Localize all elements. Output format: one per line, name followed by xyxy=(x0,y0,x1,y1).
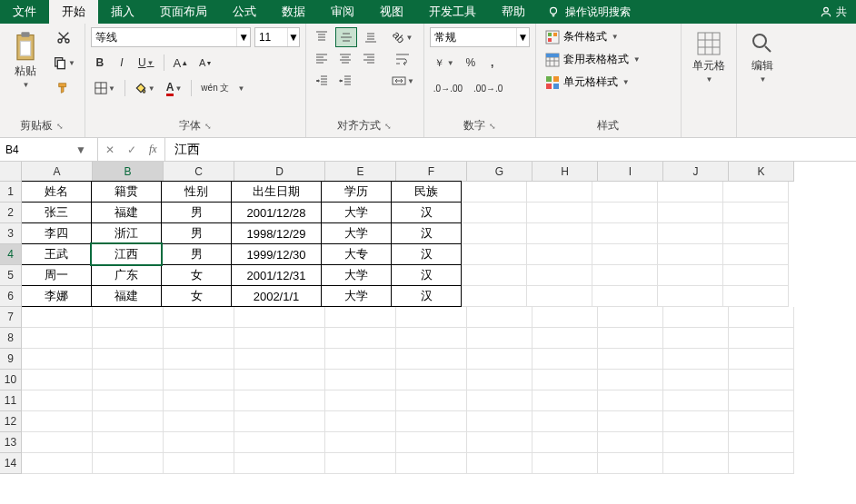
cell-D5[interactable]: 2001/12/31 xyxy=(231,264,322,286)
editing-button[interactable]: 编辑 ▼ xyxy=(742,27,782,87)
cell-E5[interactable]: 大学 xyxy=(321,264,392,286)
cell-H12[interactable] xyxy=(533,411,598,432)
cell-H4[interactable] xyxy=(527,244,592,265)
cell-F10[interactable] xyxy=(396,370,467,390)
phonetic-guide-button[interactable]: wén 文 xyxy=(197,78,233,98)
underline-button[interactable]: U▼ xyxy=(134,53,158,73)
row-header-5[interactable]: 5 xyxy=(0,265,22,286)
cell-A8[interactable] xyxy=(22,328,93,349)
cell-K7[interactable] xyxy=(729,307,794,328)
tab-file[interactable]: 文件 xyxy=(0,0,49,24)
cell-I6[interactable] xyxy=(592,286,658,307)
cell-F8[interactable] xyxy=(396,328,467,349)
row-header-9[interactable]: 9 xyxy=(0,349,22,370)
insert-function-button[interactable]: fx xyxy=(149,143,157,156)
cell-I12[interactable] xyxy=(598,411,663,432)
cell-H14[interactable] xyxy=(533,453,598,474)
dialog-launcher-icon[interactable]: ⤡ xyxy=(489,122,496,131)
cell-E2[interactable]: 大学 xyxy=(321,202,392,223)
cell-E6[interactable]: 大学 xyxy=(321,285,392,307)
cell-A1[interactable]: 姓名 xyxy=(22,181,92,203)
cell-I9[interactable] xyxy=(598,349,663,370)
cell-D10[interactable] xyxy=(234,370,325,390)
cell-styles-button[interactable]: 单元格样式▼ xyxy=(542,73,644,92)
chevron-down-icon[interactable]: ▼ xyxy=(516,28,529,46)
cell-C10[interactable] xyxy=(164,370,234,390)
cell-F11[interactable] xyxy=(396,390,467,411)
cell-G11[interactable] xyxy=(467,390,533,411)
cell-I11[interactable] xyxy=(598,390,663,411)
cell-F13[interactable] xyxy=(396,432,467,453)
cell-F9[interactable] xyxy=(396,349,467,370)
cell-D14[interactable] xyxy=(234,453,325,474)
cell-H5[interactable] xyxy=(527,265,592,286)
cell-H2[interactable] xyxy=(527,203,592,223)
dialog-launcher-icon[interactable]: ⤡ xyxy=(204,122,212,131)
cell-G13[interactable] xyxy=(467,432,533,453)
format-painter-button[interactable] xyxy=(49,78,79,98)
cell-B10[interactable] xyxy=(93,370,164,390)
cell-C4[interactable]: 男 xyxy=(161,243,232,265)
cell-A6[interactable]: 李娜 xyxy=(22,285,92,307)
cell-E4[interactable]: 大专 xyxy=(321,243,392,265)
cell-G2[interactable] xyxy=(462,203,527,223)
row-header-1[interactable]: 1 xyxy=(0,182,22,203)
cell-D7[interactable] xyxy=(234,307,325,328)
cell-H3[interactable] xyxy=(527,223,592,244)
conditional-formatting-button[interactable]: 条件格式▼ xyxy=(542,27,644,46)
cell-I4[interactable] xyxy=(592,244,658,265)
tell-me-search[interactable]: 操作说明搜索 xyxy=(538,0,640,24)
format-as-table-button[interactable]: 套用表格格式▼ xyxy=(542,50,644,69)
cell-J6[interactable] xyxy=(658,286,723,307)
cell-B5[interactable]: 广东 xyxy=(91,264,162,286)
cell-K9[interactable] xyxy=(729,349,794,370)
comma-button[interactable]: , xyxy=(483,53,502,73)
cell-C13[interactable] xyxy=(164,432,234,453)
grow-font-button[interactable]: A▲ xyxy=(170,53,193,73)
cell-B1[interactable]: 籍贯 xyxy=(91,181,162,203)
cell-A9[interactable] xyxy=(22,349,93,370)
cell-H11[interactable] xyxy=(533,390,598,411)
cell-B4[interactable]: 江西 xyxy=(91,243,162,265)
cell-K8[interactable] xyxy=(729,328,794,349)
cell-F7[interactable] xyxy=(396,307,467,328)
cell-E1[interactable]: 学历 xyxy=(321,181,392,203)
align-left-button[interactable] xyxy=(312,49,332,69)
tab-insert[interactable]: 插入 xyxy=(98,0,147,24)
cell-D2[interactable]: 2001/12/28 xyxy=(231,202,322,223)
font-name-input[interactable] xyxy=(92,31,236,44)
cell-E9[interactable] xyxy=(325,349,396,370)
cancel-formula-button[interactable]: ✕ xyxy=(105,143,114,156)
formula-input[interactable] xyxy=(165,143,856,157)
cell-E11[interactable] xyxy=(325,390,396,411)
cell-J2[interactable] xyxy=(658,203,723,223)
cell-G9[interactable] xyxy=(467,349,533,370)
cells-format-button[interactable]: 单元格 ▼ xyxy=(687,27,731,87)
row-header-3[interactable]: 3 xyxy=(0,223,22,244)
cell-C3[interactable]: 男 xyxy=(161,222,232,244)
cell-B7[interactable] xyxy=(93,307,164,328)
cell-B6[interactable]: 福建 xyxy=(91,285,162,307)
tab-home[interactable]: 开始 xyxy=(49,0,98,24)
cell-H10[interactable] xyxy=(533,370,598,390)
row-header-12[interactable]: 12 xyxy=(0,411,22,432)
cell-F5[interactable]: 汉 xyxy=(391,264,462,286)
copy-button[interactable]: ▼ xyxy=(49,53,79,73)
cell-A14[interactable] xyxy=(22,453,93,474)
cell-J7[interactable] xyxy=(663,307,729,328)
tab-review[interactable]: 审阅 xyxy=(318,0,367,24)
cell-I3[interactable] xyxy=(592,223,658,244)
cell-D9[interactable] xyxy=(234,349,325,370)
tab-help[interactable]: 帮助 xyxy=(489,0,538,24)
cell-A2[interactable]: 张三 xyxy=(22,202,92,223)
cell-J12[interactable] xyxy=(663,411,729,432)
cell-E10[interactable] xyxy=(325,370,396,390)
font-name-combo[interactable]: ▼ xyxy=(91,27,251,47)
tab-developer[interactable]: 开发工具 xyxy=(416,0,489,24)
cell-C11[interactable] xyxy=(164,390,234,411)
cell-B11[interactable] xyxy=(93,390,164,411)
cell-K12[interactable] xyxy=(729,411,794,432)
orientation-button[interactable]: ab▼ xyxy=(388,27,418,47)
cell-F2[interactable]: 汉 xyxy=(391,202,462,223)
cell-D12[interactable] xyxy=(234,411,325,432)
